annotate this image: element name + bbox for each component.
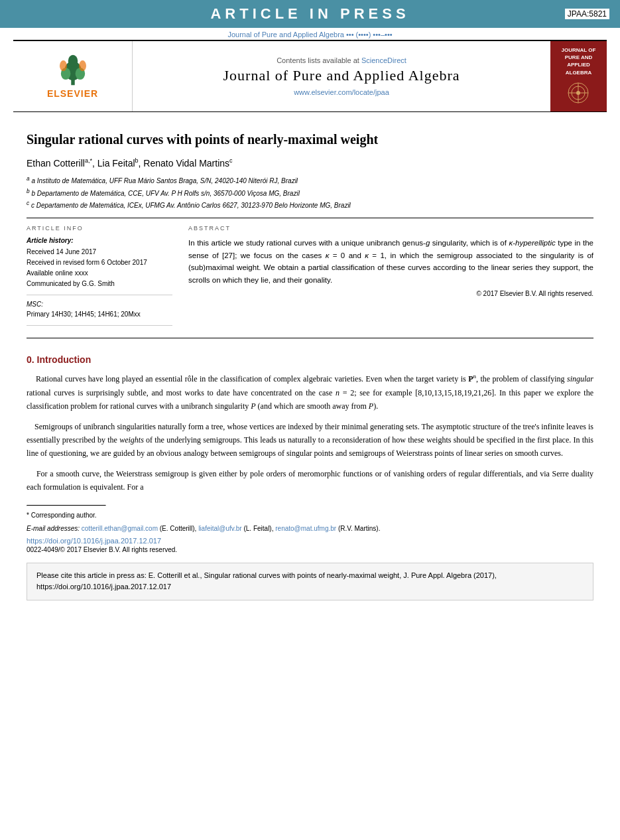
contents-line: Contents lists available at ScienceDirec…	[277, 56, 406, 64]
article-in-press-banner: ARTICLE IN PRESS JPAA:5821	[0, 0, 620, 28]
doi-link[interactable]: https://doi.org/10.1016/j.jpaa.2017.12.0…	[27, 537, 593, 545]
received-date: Received 14 June 2017	[27, 247, 172, 257]
divider-2	[27, 338, 593, 338]
abstract-text: In this article we study rational curves…	[188, 237, 593, 286]
revised-date: Received in revised form 6 October 2017	[27, 257, 172, 268]
authors-line: Ethan Cotterilla,*, Lia Feitalb, Renato …	[27, 157, 593, 169]
affiliation-a: a a Instituto de Matemática, UFF Rua Már…	[27, 175, 593, 186]
article-info-col: ARTICLE INFO Article history: Received 1…	[27, 225, 172, 331]
header-left: ELSEVIER	[13, 41, 133, 111]
msc-codes: Primary 14H30; 14H45; 14H61; 20Mxx	[27, 309, 172, 320]
intro-paragraph-1: Rational curves have long played an esse…	[27, 372, 593, 413]
email-martins[interactable]: renato@mat.ufmg.br	[275, 525, 336, 532]
divider-1	[27, 218, 593, 218]
affiliation-b: b b Departamento de Matemática, CCE, UFV…	[27, 187, 593, 199]
communicated-by: Communicated by G.G. Smith	[27, 279, 172, 289]
sciencedirect-link[interactable]: ScienceDirect	[361, 56, 406, 64]
email-addresses-note: E-mail addresses: cotterill.ethan@gmail.…	[27, 524, 593, 534]
elsevier-tree-icon	[53, 54, 93, 87]
footnote-divider	[27, 505, 106, 506]
intro-paragraph-3: For a smooth curve, the Weierstrass semi…	[27, 467, 593, 494]
intro-paragraph-2: Semigroups of unibranch singularities na…	[27, 420, 593, 460]
msc-label: MSC:	[27, 301, 172, 308]
svg-point-6	[68, 55, 78, 67]
abstract-col: ABSTRACT In this article we study ration…	[188, 225, 593, 331]
copyright-line: © 2017 Elsevier B.V. All rights reserved…	[188, 290, 593, 297]
banner-text: ARTICLE IN PRESS	[210, 5, 409, 22]
elsevier-label: ELSEVIER	[47, 88, 98, 99]
affiliations: a a Instituto de Matemática, UFF Rua Már…	[27, 175, 593, 211]
journal-cover: JOURNAL OF PURE AND APPLIED ALGEBRA	[550, 41, 607, 111]
abstract-heading: ABSTRACT	[188, 225, 593, 232]
journal-cover-text: JOURNAL OF PURE AND APPLIED ALGEBRA	[554, 46, 603, 76]
article-info-heading: ARTICLE INFO	[27, 225, 172, 232]
header-center: Contents lists available at ScienceDirec…	[133, 41, 550, 111]
info-divider	[27, 295, 172, 295]
info-divider-2	[27, 325, 172, 326]
svg-point-5	[79, 60, 86, 71]
elsevier-logo: ELSEVIER	[33, 53, 113, 100]
jpaa-id: JPAA:5821	[565, 9, 609, 19]
article-info-abstract: ARTICLE INFO Article history: Received 1…	[27, 225, 593, 331]
corresponding-author-note: * Corresponding author.	[27, 510, 593, 521]
article-title: Singular rational curves with points of …	[27, 131, 593, 148]
affiliation-c: c c Departamento de Matemática, ICEx, UF…	[27, 199, 593, 211]
section-introduction-title: 0. Introduction	[27, 354, 593, 365]
rights-line: 0022-4049/© 2017 Elsevier B.V. All right…	[27, 546, 593, 553]
svg-point-11	[576, 91, 580, 95]
header-section: ELSEVIER Contents lists available at Sci…	[13, 40, 607, 112]
journal-subtitle: Journal of Pure and Applied Algebra ••• …	[0, 28, 620, 40]
main-content: Singular rational curves with points of …	[0, 131, 620, 600]
svg-point-4	[60, 60, 67, 71]
journal-title-header: Journal of Pure and Applied Algebra	[223, 67, 460, 84]
elsevier-url[interactable]: www.elsevier.com/locate/jpaa	[294, 88, 389, 96]
journal-cover-decoration-icon	[560, 80, 597, 106]
email-feital[interactable]: liafeital@ufv.br	[198, 525, 242, 532]
email-cotterill[interactable]: cotterill.ethan@gmail.com	[82, 525, 158, 532]
citation-box: Please cite this article in press as: E.…	[27, 563, 593, 600]
article-history-label: Article history:	[27, 237, 172, 244]
available-online: Available online xxxx	[27, 268, 172, 279]
